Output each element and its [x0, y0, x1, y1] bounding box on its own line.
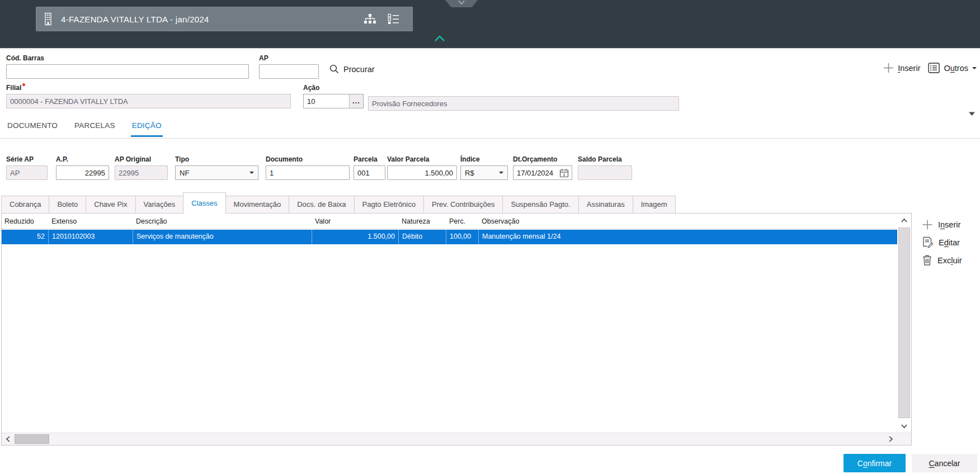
sub-tab-10[interactable]: Suspensão Pagto.	[502, 196, 578, 214]
saldo-parcela-input	[578, 165, 632, 180]
grid-insert-button[interactable]: Inserir	[922, 219, 962, 230]
barcode-input[interactable]	[6, 64, 249, 79]
ap-number-field-group: A.P.	[56, 155, 109, 180]
sub-tab-2[interactable]: Boleto	[49, 196, 86, 214]
valor-parcela-input[interactable]	[387, 165, 457, 180]
insert-button-label: Inserir	[898, 64, 920, 73]
cell-3: Serviços de manutenção	[133, 230, 312, 244]
serie-ap-label: Série AP	[6, 155, 48, 163]
indice-field-group: Índice R$	[460, 155, 508, 180]
action-field-group: Ação ...	[303, 84, 364, 108]
dt-orcamento-input[interactable]	[513, 169, 559, 177]
cancel-button[interactable]: Cancelar	[912, 454, 977, 472]
grid-edit-button[interactable]: Editar	[922, 236, 962, 248]
sub-tab-4[interactable]: Variações	[135, 196, 184, 214]
sub-tab-1[interactable]: Cobrança	[1, 196, 49, 214]
chevron-up-icon[interactable]	[434, 35, 445, 42]
action-label: Ação	[303, 84, 364, 92]
column-header-6[interactable]: Perc.	[446, 217, 479, 225]
sub-tab-8[interactable]: Pagto Eletrônico	[354, 196, 424, 214]
saldo-parcela-label: Saldo Parcela	[578, 155, 632, 163]
column-header-1[interactable]: Reduzido	[2, 217, 49, 225]
parcela-input[interactable]	[354, 165, 385, 180]
sub-tab-9[interactable]: Prev. Contribuições	[423, 196, 503, 214]
chevron-up-icon	[901, 218, 908, 223]
cell-1: 52	[2, 230, 49, 244]
sub-tab-11[interactable]: Assinaturas	[578, 196, 633, 214]
saldo-parcela-field-group: Saldo Parcela	[578, 155, 632, 180]
serie-ap-input	[6, 165, 48, 180]
cell-5: Débito	[399, 230, 446, 244]
top-toolbar: Inserir Outros	[883, 63, 977, 73]
grid-delete-button[interactable]: Excluir	[922, 254, 962, 266]
ap-input[interactable]	[259, 64, 319, 79]
search-icon	[329, 64, 340, 74]
horizontal-scroll-thumb[interactable]	[15, 434, 49, 444]
checklist-icon[interactable]	[388, 13, 400, 25]
confirm-button[interactable]: Confirmar	[844, 454, 906, 472]
tipo-select[interactable]: NF	[175, 165, 258, 180]
tipo-field-group: Tipo NF	[175, 155, 258, 180]
documento-input[interactable]	[266, 165, 350, 180]
sub-tab-7[interactable]: Docs. de Baixa	[289, 196, 354, 214]
horizontal-scrollbar[interactable]	[2, 433, 911, 445]
grid-edit-label: Editar	[939, 238, 960, 247]
vertical-scrollbar[interactable]	[897, 214, 911, 433]
dt-orcamento-field-group: Dt.Orçamento	[513, 155, 572, 180]
branch-input	[6, 94, 291, 108]
grid-insert-label: Inserir	[938, 220, 960, 229]
scroll-down-button[interactable]	[897, 419, 911, 433]
grid-delete-label: Excluir	[937, 256, 962, 265]
column-header-5[interactable]: Natureza	[399, 217, 446, 225]
others-button[interactable]: Outros	[928, 63, 977, 73]
ap-label: AP	[259, 54, 319, 62]
required-indicator	[22, 83, 25, 86]
documento-field-group: Documento	[266, 155, 350, 180]
main-tab-1[interactable]: DOCUMENTO	[6, 121, 59, 137]
plus-icon	[922, 219, 933, 230]
vertical-scroll-thumb[interactable]	[898, 227, 910, 418]
column-header-2[interactable]: Extenso	[49, 217, 133, 225]
main-tab-strip: DOCUMENTOPARCELASEDIÇÃO	[6, 121, 163, 137]
main-tab-3[interactable]: EDIÇÃO	[131, 121, 163, 137]
calendar-icon[interactable]	[559, 168, 569, 178]
sub-tab-6[interactable]: Movimentação	[225, 196, 290, 214]
edit-document-icon	[922, 236, 934, 248]
cell-6: 100,00	[446, 230, 479, 244]
scroll-left-button[interactable]	[2, 433, 14, 445]
company-selector[interactable]: 4-FAZENDA VITALLY LTDA - jan/2024	[36, 7, 413, 31]
tipo-label: Tipo	[175, 155, 258, 163]
column-header-7[interactable]: Observação	[479, 217, 897, 225]
chevron-down-icon	[499, 172, 503, 176]
indice-select[interactable]: R$	[460, 165, 508, 180]
insert-button[interactable]: Inserir	[883, 63, 920, 73]
column-header-3[interactable]: Descrição	[133, 217, 312, 225]
ap-number-input[interactable]	[56, 165, 109, 180]
scroll-up-button[interactable]	[897, 214, 911, 227]
ap-original-label: AP Original	[115, 155, 168, 163]
branch-field-group: Filial	[6, 84, 291, 108]
action-lookup-button[interactable]: ...	[349, 94, 363, 108]
header-notch[interactable]	[445, 0, 478, 7]
main-tab-2[interactable]: PARCELAS	[73, 121, 116, 137]
sub-tab-3[interactable]: Chave Pix	[86, 196, 135, 214]
column-header-4[interactable]: Valor	[312, 217, 399, 225]
cancel-button-label: Cancelar	[929, 459, 960, 468]
org-chart-icon[interactable]	[364, 13, 376, 25]
action-code-input[interactable]	[304, 94, 349, 108]
sub-tab-5[interactable]: Classes	[183, 192, 225, 214]
tab-strip-divider	[0, 138, 980, 139]
search-button[interactable]: Procurar	[329, 64, 375, 74]
grid-action-panel: Inserir Editar Excluir	[922, 219, 962, 266]
scroll-right-button[interactable]	[884, 433, 897, 445]
classes-grid: ReduzidoExtensoDescriçãoValorNaturezaPer…	[1, 213, 912, 445]
menu-list-icon	[928, 63, 940, 73]
table-row[interactable]: 5212010102003Serviços de manutenção1.500…	[2, 230, 897, 244]
panel-collapse-arrow-icon[interactable]	[968, 111, 976, 116]
cell-4: 1.500,00	[312, 230, 399, 244]
plus-icon	[883, 63, 894, 73]
parcela-label: Parcela	[354, 155, 385, 163]
barcode-label: Cód. Barras	[6, 54, 249, 62]
ap-original-field-group: AP Original	[115, 155, 168, 180]
sub-tab-12[interactable]: Imagem	[633, 196, 676, 214]
